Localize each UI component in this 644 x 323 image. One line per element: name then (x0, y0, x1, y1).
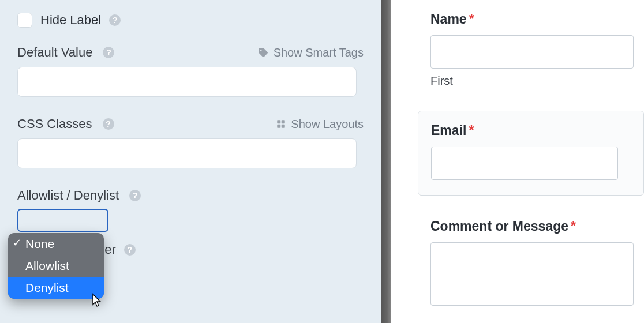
help-icon[interactable]: ? (103, 118, 114, 130)
hide-label-text: Hide Label (40, 13, 101, 28)
allowlist-head: Allowlist / Denylist ? (17, 188, 364, 203)
dropdown-option-allowlist[interactable]: Allowlist (8, 255, 104, 277)
svg-rect-0 (278, 120, 281, 123)
email-field-block[interactable]: Email * (418, 111, 644, 196)
svg-rect-3 (282, 125, 285, 128)
show-smart-tags-text: Show Smart Tags (274, 46, 364, 59)
required-asterisk: * (469, 12, 474, 27)
allowlist-dropdown[interactable]: None Allowlist Denylist (8, 233, 104, 299)
required-asterisk: * (469, 123, 474, 138)
svg-rect-1 (282, 120, 285, 123)
default-value-label: Default Value (17, 45, 92, 60)
name-first-input[interactable] (430, 35, 634, 69)
hide-label-row: Hide Label ? (17, 13, 364, 28)
settings-panel: Hide Label ? Default Value ? Show Smart … (0, 0, 381, 323)
panel-divider[interactable] (381, 0, 391, 323)
comment-field-block: Comment or Message * (430, 219, 644, 306)
hide-label-checkbox[interactable] (17, 13, 32, 28)
css-classes-input[interactable] (17, 138, 357, 168)
allowlist-select[interactable] (17, 209, 108, 232)
svg-rect-2 (278, 125, 281, 128)
dropdown-option-denylist[interactable]: Denylist (8, 277, 104, 299)
name-label-text: Name (430, 12, 467, 27)
name-sub-label: First (430, 74, 644, 88)
help-icon[interactable]: ? (103, 47, 114, 58)
help-icon[interactable]: ? (124, 244, 136, 256)
tag-icon (257, 47, 269, 58)
default-value-head: Default Value ? Show Smart Tags (17, 45, 364, 60)
dropdown-option-none[interactable]: None (8, 233, 104, 255)
comment-field-label: Comment or Message * (430, 219, 644, 234)
default-value-input[interactable] (17, 67, 357, 97)
show-layouts-text: Show Layouts (291, 118, 364, 131)
default-value-section: Default Value ? Show Smart Tags (17, 45, 364, 97)
grid-icon (276, 119, 286, 129)
show-smart-tags-link[interactable]: Show Smart Tags (257, 46, 364, 59)
required-asterisk: * (571, 219, 576, 234)
comment-textarea[interactable] (430, 242, 634, 306)
css-classes-head: CSS Classes ? Show Layouts (17, 117, 364, 132)
form-preview-panel: Name * First Email * Comment or Message … (391, 0, 644, 323)
name-field-label: Name * (430, 12, 644, 27)
help-icon[interactable]: ? (129, 190, 141, 201)
css-classes-label: CSS Classes (17, 117, 92, 132)
allowlist-label: Allowlist / Denylist (17, 188, 119, 203)
email-label-text: Email (431, 123, 466, 138)
help-icon[interactable]: ? (109, 14, 121, 26)
comment-label-text: Comment or Message (430, 219, 568, 234)
show-layouts-link[interactable]: Show Layouts (276, 118, 364, 131)
css-classes-section: CSS Classes ? Show Layouts (17, 117, 364, 168)
name-field-block: Name * First (430, 12, 644, 88)
email-field-label: Email * (431, 123, 643, 138)
email-input[interactable] (431, 147, 618, 180)
